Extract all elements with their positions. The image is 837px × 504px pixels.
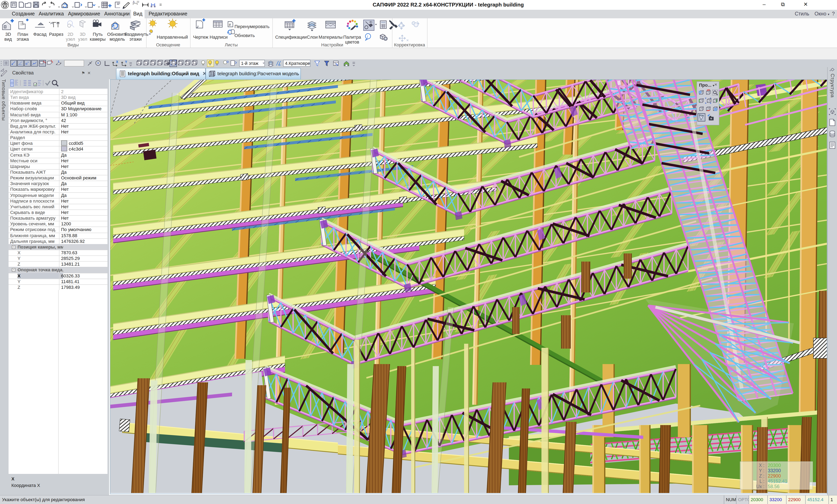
svg-text:33200: 33200	[768, 468, 781, 473]
svg-text:L :: L :	[760, 479, 765, 484]
svg-text:Y :: Y :	[759, 468, 765, 473]
svg-text:45152.41: 45152.41	[768, 479, 787, 484]
svg-text:Z :: Z :	[759, 473, 765, 479]
svg-text:22900: 22900	[768, 473, 781, 479]
svg-text:i: i	[367, 35, 368, 39]
svg-text:4.Кратковре: 4.Кратковре	[285, 61, 310, 66]
svg-text:#: #	[229, 23, 231, 27]
svg-text:1-й этаж: 1-й этаж	[241, 61, 259, 66]
svg-text:Y: Y	[125, 60, 127, 64]
svg-text:X :: X :	[759, 463, 765, 468]
svg-text:o: o	[279, 63, 281, 67]
svg-text:20300: 20300	[768, 463, 781, 468]
svg-text:X: X	[116, 60, 118, 64]
svg-text:M: M	[137, 0, 139, 3]
svg-text:Ux :: Ux :	[756, 484, 765, 489]
svg-text:A: A	[133, 0, 135, 3]
svg-text:EI: EI	[370, 21, 372, 24]
svg-text:58.56: 58.56	[768, 484, 780, 489]
